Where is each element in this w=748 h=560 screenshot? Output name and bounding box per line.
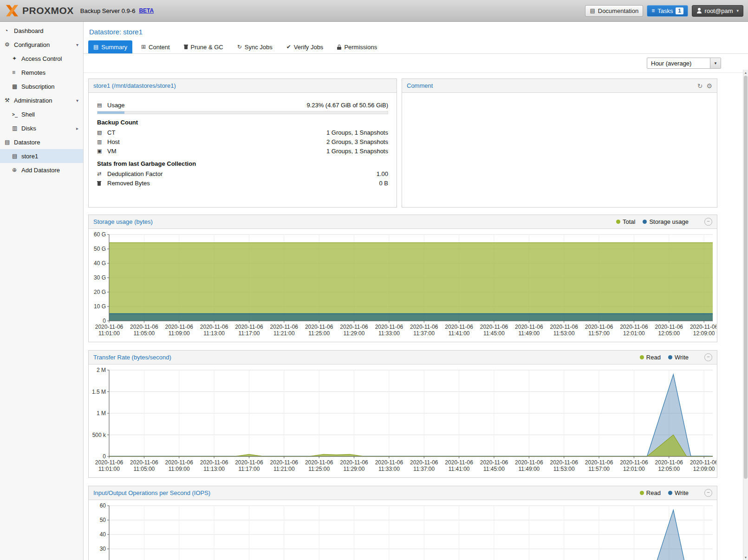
svg-text:11:09:00: 11:09:00 — [169, 330, 190, 337]
storage-chart-title: Storage usage (bytes) — [93, 218, 153, 225]
tab-verify-jobs[interactable]: ✔ Verify Jobs — [281, 40, 329, 53]
svg-text:2020-11-06: 2020-11-06 — [480, 324, 508, 330]
ct-value: 1 Groups, 1 Snapshots — [326, 129, 388, 136]
time-range-select[interactable]: Hour (average) ▼ — [647, 58, 721, 69]
legend-label: Storage usage — [649, 218, 689, 225]
legend-total[interactable]: Total — [616, 218, 635, 225]
hard-drive-icon: ▤ — [97, 102, 107, 108]
check-circle-icon: ✔ — [286, 44, 291, 50]
legend-read[interactable]: Read — [640, 354, 661, 361]
chevron-right-icon[interactable]: ▸ — [76, 126, 78, 131]
sync-icon: ↻ — [237, 44, 242, 50]
legend-read[interactable]: Read — [640, 489, 661, 496]
collapse-icon[interactable]: − — [704, 489, 712, 497]
host-label: Host — [107, 138, 120, 145]
documentation-label: Documentation — [598, 7, 638, 14]
scroll-up-icon[interactable]: ▲ — [743, 70, 748, 75]
user-label: root@pam — [705, 7, 733, 14]
sidebar-item-store1[interactable]: ▤ store1 — [0, 149, 83, 163]
svg-text:2020-11-06: 2020-11-06 — [515, 324, 543, 330]
documentation-button[interactable]: ▤ Documentation — [585, 5, 643, 17]
tab-content[interactable]: ⊞ Content — [136, 40, 175, 53]
grid-icon: ⊞ — [141, 44, 146, 50]
iops-chart-body: 01020304050602020-11-0611:01:002020-11-0… — [89, 500, 717, 560]
svg-text:11:17:00: 11:17:00 — [239, 330, 260, 337]
transfer-chart-header: Transfer Rate (bytes/second) Read Write … — [89, 351, 717, 365]
green-dot-icon — [640, 491, 644, 495]
svg-text:2020-11-06: 2020-11-06 — [375, 324, 403, 330]
sidebar-item-administration[interactable]: ⚒ Administration ▾ — [0, 93, 83, 107]
comment-panel-header: Comment ↻ ⚙ — [402, 79, 717, 93]
tasks-label: Tasks — [657, 7, 673, 14]
tab-prune-gc[interactable]: Prune & GC — [179, 40, 228, 53]
tab-permissions[interactable]: Permissions — [332, 40, 382, 53]
svg-text:11:05:00: 11:05:00 — [133, 330, 155, 337]
svg-text:2020-11-06: 2020-11-06 — [200, 324, 228, 330]
gc-stats-title: Stats from last Garbage Collection — [97, 160, 388, 167]
user-menu-button[interactable]: root@pam ▾ — [692, 5, 743, 17]
chevron-down-icon[interactable]: ▾ — [76, 42, 78, 47]
svg-text:2020-11-06: 2020-11-06 — [270, 324, 299, 330]
svg-text:40 G: 40 G — [94, 260, 106, 267]
legend-write[interactable]: Write — [668, 489, 689, 496]
sidebar-item-access-control[interactable]: ✦ Access Control — [0, 52, 83, 65]
sidebar-item-remotes[interactable]: ≡ Remotes — [0, 65, 83, 79]
store-panel-header: store1 (/mnt/datastores/store1) — [89, 79, 397, 93]
scrollbar-thumb[interactable] — [744, 76, 748, 479]
access-control-icon: ✦ — [12, 55, 21, 62]
svg-text:12:05:00: 12:05:00 — [658, 330, 680, 337]
svg-text:11:01:00: 11:01:00 — [98, 466, 120, 472]
sidebar-item-configuration[interactable]: ⚙ Configuration ▾ — [0, 38, 83, 52]
sidebar-item-label: Add Datastore — [21, 167, 60, 174]
beta-link[interactable]: BETA — [139, 7, 154, 14]
tasks-button[interactable]: ≡ Tasks 1 — [647, 5, 688, 17]
chevron-down-icon[interactable]: ▾ — [76, 98, 78, 103]
svg-text:2020-11-06: 2020-11-06 — [585, 324, 613, 330]
sidebar-item-datastore[interactable]: ▤ Datastore — [0, 135, 83, 149]
svg-text:11:29:00: 11:29:00 — [344, 330, 365, 337]
svg-text:2020-11-06: 2020-11-06 — [620, 459, 648, 466]
svg-text:2020-11-06: 2020-11-06 — [165, 459, 193, 466]
scroll-down-icon[interactable]: ▼ — [743, 554, 748, 560]
tab-sync-jobs[interactable]: ↻ Sync Jobs — [232, 40, 278, 53]
svg-text:2020-11-06: 2020-11-06 — [130, 324, 158, 330]
tasks-icon: ≡ — [651, 7, 655, 14]
gear-icon[interactable]: ⚙ — [706, 82, 712, 90]
tasks-count-badge: 1 — [676, 7, 683, 14]
iops-chart-header: Input/Output Operations per Second (IOPS… — [89, 486, 717, 500]
legend-storage-usage[interactable]: Storage usage — [643, 218, 689, 225]
legend-write[interactable]: Write — [668, 354, 689, 361]
sidebar-item-label: Datastore — [14, 139, 40, 146]
sidebar-item-label: Access Control — [21, 55, 62, 62]
svg-text:11:57:00: 11:57:00 — [588, 466, 610, 472]
vertical-scrollbar[interactable]: ▲ ▼ — [743, 70, 748, 560]
svg-text:2020-11-06: 2020-11-06 — [445, 324, 473, 330]
sidebar-item-label: Disks — [21, 125, 36, 132]
dedup-row: ⇄ Deduplication Factor 1.00 — [97, 169, 388, 178]
sidebar-item-disks[interactable]: ▥ Disks ▸ — [0, 121, 83, 135]
sidebar-item-dashboard[interactable]: ◔ Dashboard — [0, 24, 83, 38]
sidebar-item-shell[interactable]: >_ Shell — [0, 107, 83, 121]
svg-text:11:21:00: 11:21:00 — [273, 466, 295, 472]
tab-summary[interactable]: ▤ Summary — [88, 40, 132, 53]
storage-chart-header: Storage usage (bytes) Total Storage usag… — [89, 215, 717, 229]
chevron-down-icon[interactable]: ▼ — [710, 58, 721, 68]
book-icon: ▤ — [590, 7, 595, 14]
sidebar-item-subscription[interactable]: ▩ Subscription — [0, 79, 83, 93]
comment-panel-body[interactable] — [402, 93, 717, 207]
backup-count-title: Backup Count — [97, 119, 388, 126]
svg-text:12:01:00: 12:01:00 — [623, 466, 645, 472]
svg-text:11:25:00: 11:25:00 — [308, 330, 330, 337]
sidebar-item-label: Administration — [14, 97, 52, 104]
building-icon: ▥ — [97, 139, 107, 145]
svg-text:2020-11-06: 2020-11-06 — [515, 459, 543, 466]
refresh-icon[interactable]: ↻ — [697, 82, 703, 90]
collapse-icon[interactable]: − — [704, 218, 712, 226]
svg-text:20 G: 20 G — [94, 289, 106, 295]
trash-icon — [184, 45, 188, 49]
collapse-icon[interactable]: − — [704, 353, 712, 361]
comment-panel: Comment ↻ ⚙ — [402, 78, 717, 208]
usage-progress-bar — [97, 111, 388, 114]
sidebar-item-add-datastore[interactable]: ⊕ Add Datastore — [0, 163, 83, 177]
iops-chart: 01020304050602020-11-0611:01:002020-11-0… — [89, 501, 716, 560]
